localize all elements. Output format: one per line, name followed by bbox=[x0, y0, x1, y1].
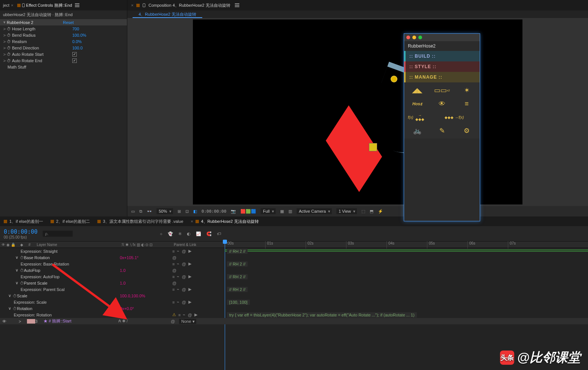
graph-icon[interactable]: ⌁ bbox=[177, 274, 179, 279]
layer-search-input[interactable] bbox=[43, 231, 73, 237]
eye-column-icon[interactable]: 👁 bbox=[1, 243, 5, 247]
stopwatch-icon[interactable]: ⏱ bbox=[13, 306, 17, 311]
effect-reset-link[interactable]: Reset bbox=[63, 20, 74, 25]
guides-icon[interactable]: ▥ bbox=[288, 209, 292, 214]
stopwatch-icon[interactable]: ⏱ bbox=[20, 281, 24, 285]
expression-lang-icon[interactable]: ▶ bbox=[188, 300, 191, 304]
resolution-half-icon[interactable]: ⊡ bbox=[185, 209, 189, 214]
pickwhip-icon[interactable]: @ bbox=[182, 249, 186, 254]
section-style[interactable]: :: STYLE :: bbox=[404, 61, 480, 72]
expression-lang-icon[interactable]: ▶ bbox=[188, 249, 191, 254]
mask-view-icon[interactable]: ⧉ bbox=[139, 209, 142, 214]
stereo-icon[interactable]: 👓 bbox=[147, 209, 152, 214]
ruler-tick[interactable]: 01s bbox=[265, 241, 306, 249]
timeline-tab[interactable]: × 4、RubberHose2 无法自动旋转 bbox=[191, 219, 261, 224]
property-row[interactable]: ∨⏱ AutoFlop1.0@ bbox=[0, 267, 588, 273]
stopwatch-icon[interactable]: ⏱ bbox=[7, 27, 11, 31]
plugin-panel-rubberhose[interactable]: RubberHose2 :: BUILD :: :: STYLE :: :: M… bbox=[404, 33, 480, 221]
panel-menu-icon[interactable] bbox=[235, 3, 239, 7]
fast-preview-icon[interactable]: ⚡ bbox=[378, 209, 383, 214]
viewport[interactable] bbox=[127, 18, 588, 206]
section-build[interactable]: :: BUILD :: bbox=[404, 51, 480, 61]
traffic-close-icon[interactable] bbox=[406, 36, 410, 39]
viewer-time[interactable]: 0:00:00:00 bbox=[201, 209, 226, 214]
lock-icon[interactable] bbox=[143, 3, 145, 7]
hose-label-icon[interactable]: Hosᴇ bbox=[408, 99, 427, 109]
stopwatch-icon[interactable]: ⏱ bbox=[20, 255, 24, 260]
fx-to-keys-icon[interactable]: f(x) → ◆◆◆ bbox=[408, 112, 427, 122]
guide-icon[interactable]: ✎ bbox=[433, 126, 451, 136]
ruler-tick[interactable]: 06s bbox=[467, 241, 508, 249]
fx-prop-row[interactable]: Math Stuff bbox=[0, 64, 127, 70]
stopwatch-icon[interactable]: ⏱ bbox=[13, 294, 17, 298]
tab-effect-controls[interactable]: Effect Controls 胳膊::End bbox=[26, 3, 72, 8]
eye-icon[interactable]: 👁 bbox=[2, 319, 6, 324]
quality-dropdown[interactable]: Full bbox=[261, 208, 276, 214]
expression-error-icon[interactable]: ⚠ bbox=[172, 312, 176, 317]
property-row[interactable]: ∨⏱ Rotation0x+0.0° bbox=[0, 305, 588, 312]
property-row[interactable]: ∨⏱ Parent Scale1.0@ bbox=[0, 280, 588, 286]
fx-prop-row[interactable]: >⏱Realism0.0% bbox=[0, 38, 127, 45]
expression-lang-icon[interactable]: ▶ bbox=[188, 274, 191, 279]
expression-enable-icon[interactable]: ≡ bbox=[172, 249, 175, 254]
property-row[interactable]: Expression: Parent Scal≡⌁@▶// RH 2 // bbox=[0, 286, 588, 292]
pickwhip-icon[interactable]: @ bbox=[172, 281, 176, 285]
ruler-tick[interactable]: 04s bbox=[387, 241, 427, 249]
graph-icon[interactable]: ⌁ bbox=[177, 287, 179, 292]
grid-icon[interactable]: ▦ bbox=[280, 209, 284, 214]
ruler-tick[interactable]: 05s bbox=[427, 241, 467, 249]
plugin-titlebar[interactable] bbox=[404, 34, 480, 41]
zoom-dropdown[interactable]: 50% bbox=[157, 208, 173, 214]
property-row[interactable]: ∨⏱ Scale100.0,100.0% bbox=[0, 292, 588, 299]
expression-enable-icon[interactable]: ≡ bbox=[172, 300, 175, 304]
expression-lang-icon[interactable]: ▶ bbox=[194, 312, 197, 317]
fx-prop-row[interactable]: >⏱Bend Direction100.0 bbox=[0, 45, 127, 51]
markers-icon[interactable]: 🏷 bbox=[217, 231, 221, 236]
ruler-tick[interactable]: 03s bbox=[346, 241, 387, 249]
anchor-end-icon[interactable] bbox=[391, 76, 397, 82]
expression-lang-icon[interactable]: ▶ bbox=[188, 261, 191, 266]
fx-prop-row[interactable]: >⏱Bend Radius100.0% bbox=[0, 32, 127, 38]
transparent-bg-icon[interactable]: ⬚ bbox=[361, 209, 365, 214]
hose-curve-icon[interactable]: ◢◣ bbox=[408, 85, 427, 95]
resolution-full-icon[interactable]: ⊞ bbox=[178, 209, 181, 214]
pickwhip-icon[interactable]: @ bbox=[172, 268, 176, 273]
snapshot-icon[interactable]: 📷 bbox=[231, 209, 236, 214]
panel-menu-icon[interactable] bbox=[75, 3, 79, 7]
timeline-tab[interactable]: 2、if else的差别二 bbox=[51, 219, 90, 224]
graph-icon[interactable]: ⌁ bbox=[177, 300, 179, 304]
expression-enable-icon[interactable]: ≡ bbox=[172, 275, 175, 279]
fx-prop-row[interactable]: >⏱Hose Length700 bbox=[0, 25, 127, 32]
graph-icon[interactable]: ⌁ bbox=[177, 249, 179, 254]
pickwhip-icon[interactable]: @ bbox=[182, 262, 186, 266]
expression-enable-icon[interactable]: ≡ bbox=[172, 287, 175, 292]
pickwhip-icon[interactable]: @ bbox=[172, 255, 176, 260]
pickwhip-icon[interactable]: @ bbox=[182, 275, 186, 279]
property-row[interactable]: ∨⏱ Base Rotation0x+105.1°@ bbox=[0, 254, 588, 261]
label-column-icon[interactable]: ◆ bbox=[20, 243, 23, 247]
pixel-aspect-icon[interactable]: ⬒ bbox=[370, 209, 373, 214]
section-manage[interactable]: :: MANAGE :: bbox=[404, 72, 480, 82]
current-time[interactable]: 0:00:00:00 bbox=[4, 228, 37, 235]
parent-dropdown[interactable]: None▾ bbox=[179, 319, 196, 324]
expression-enable-icon[interactable]: ≡ bbox=[172, 262, 175, 266]
pickwhip-icon[interactable]: @ bbox=[182, 300, 186, 304]
ruler-tick[interactable]: 07s bbox=[508, 241, 548, 249]
ruler-tick[interactable]: :00s bbox=[225, 241, 265, 249]
snap-icon[interactable]: 🧲 bbox=[206, 231, 212, 236]
lock-icon[interactable] bbox=[22, 3, 25, 7]
property-row[interactable]: Expression: Straight≡⌁@▶// RH 2 // bbox=[0, 248, 588, 254]
gear-icon[interactable]: ⚙ bbox=[457, 126, 476, 136]
color-lut-icon[interactable]: ◧ bbox=[193, 209, 197, 214]
effect-header[interactable]: ▾ RubberHose 2 Reset bbox=[0, 19, 127, 25]
switches-column-icon[interactable]: ℛ ✱ ∖ fx ▥ ◐ ⊙ ⊡ bbox=[121, 243, 152, 247]
screen-mode-icon[interactable]: ▭ bbox=[131, 209, 135, 214]
property-row[interactable]: Expression: AutoFlop≡⌁@▶// RH 2 // bbox=[0, 273, 588, 280]
motion-blur-icon[interactable]: ◐ bbox=[187, 231, 191, 236]
timeline-tab[interactable]: 1、if else的差别一 bbox=[4, 219, 43, 224]
graph-icon[interactable]: ⌁ bbox=[183, 312, 185, 317]
property-row[interactable]: Expression: Rotation⚠≡⌁@▶try { var eff =… bbox=[0, 312, 588, 318]
tab-project[interactable]: ject× bbox=[3, 3, 16, 7]
timeline-tab[interactable]: 3、源文本属性数组索引访问字符需要 .value bbox=[97, 219, 184, 224]
checkbox[interactable]: ✓ bbox=[72, 58, 77, 63]
